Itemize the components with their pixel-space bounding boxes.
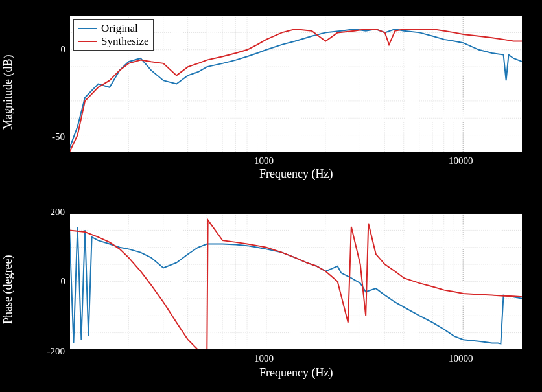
ph-ytick-0: 0	[56, 276, 65, 287]
ph-xtick-1000: 1000	[254, 353, 274, 364]
ph-ytick-200: 200	[47, 207, 65, 218]
legend-row-original: Original	[78, 22, 149, 35]
phase-original-line	[69, 227, 523, 343]
magnitude-chart: Original Synthesize	[68, 14, 524, 154]
mag-xtick-10000: 10000	[449, 156, 473, 167]
legend-label-original: Original	[101, 22, 138, 35]
mag-xtick-1000: 1000	[254, 156, 274, 167]
legend-swatch-original	[78, 28, 97, 29]
ph-ylabel: Phase (degree)	[1, 255, 15, 324]
legend-swatch-synthesize	[78, 41, 97, 42]
mag-ylabel: Magnitude (dB)	[1, 55, 15, 130]
legend-label-synthesize: Synthesize	[101, 35, 149, 48]
ph-ytick-m200: -200	[41, 346, 65, 357]
phase-synthesize-line	[69, 220, 523, 350]
ph-xtick-10000: 10000	[449, 353, 473, 364]
mag-ytick-0: 0	[56, 44, 65, 55]
mag-ytick-m50: -50	[45, 132, 65, 143]
ph-xlabel: Frequency (Hz)	[259, 366, 333, 380]
phase-plot-svg	[68, 212, 524, 351]
legend: Original Synthesize	[73, 19, 154, 51]
phase-chart	[68, 212, 524, 351]
legend-row-synthesize: Synthesize	[78, 35, 149, 48]
mag-xlabel: Frequency (Hz)	[259, 167, 333, 181]
